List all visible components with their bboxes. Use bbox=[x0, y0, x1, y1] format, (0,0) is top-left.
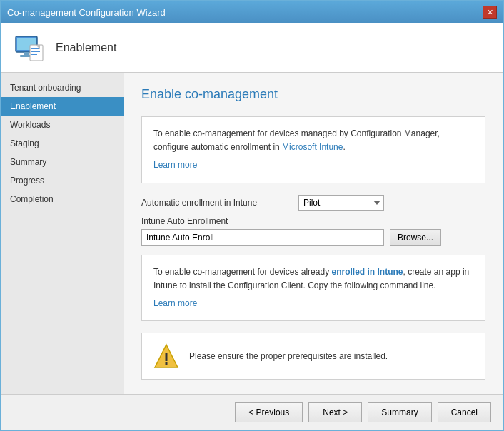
info-period: . bbox=[343, 142, 345, 152]
svg-rect-5 bbox=[31, 48, 40, 49]
header-title: Enablement bbox=[56, 41, 116, 54]
sidebar-item-staging[interactable]: Staging bbox=[1, 134, 124, 153]
svg-rect-6 bbox=[31, 51, 40, 52]
svg-rect-10 bbox=[166, 353, 168, 361]
learn-more-link-2[interactable]: Learn more bbox=[153, 297, 473, 310]
close-button[interactable]: ✕ bbox=[483, 6, 497, 19]
form-row-enrollment: Automatic enrollment in Intune Pilot All… bbox=[141, 195, 485, 211]
warning-icon bbox=[153, 343, 179, 369]
sidebar: Tenant onboarding Enablement Workloads S… bbox=[1, 73, 124, 394]
info-box-1: To enable co-management for devices mana… bbox=[141, 116, 485, 183]
content-area: Tenant onboarding Enablement Workloads S… bbox=[1, 73, 503, 394]
sidebar-item-progress[interactable]: Progress bbox=[1, 171, 124, 190]
sidebar-item-completion[interactable]: Completion bbox=[1, 190, 124, 208]
header-icon bbox=[13, 31, 47, 65]
svg-rect-4 bbox=[30, 45, 43, 61]
next-button[interactable]: Next > bbox=[308, 402, 362, 422]
info-box-2: To enable co-management for devices alre… bbox=[141, 255, 485, 322]
microsoft-intune-link[interactable]: Microsoft Intune bbox=[282, 142, 343, 152]
warning-text: Please ensure the proper prerequisites a… bbox=[189, 351, 388, 361]
sidebar-item-summary[interactable]: Summary bbox=[1, 153, 124, 171]
page-title: Enable co-management bbox=[141, 87, 485, 102]
header-bar: Enablement bbox=[1, 23, 503, 73]
enrolled-link[interactable]: enrolled in Intune bbox=[331, 267, 403, 277]
enrollment-label: Automatic enrollment in Intune bbox=[141, 198, 298, 208]
sidebar-item-enablement[interactable]: Enablement bbox=[1, 97, 124, 116]
footer: < Previous Next > Summary Cancel bbox=[1, 394, 503, 430]
browse-button[interactable]: Browse... bbox=[390, 229, 441, 246]
main-panel: Enable co-management To enable co-manage… bbox=[124, 73, 503, 394]
intune-input-row: Browse... bbox=[141, 229, 485, 246]
svg-rect-11 bbox=[166, 362, 168, 365]
titlebar: Co-management Configuration Wizard ✕ bbox=[1, 1, 503, 23]
info-text-2-part1: To enable co-management for devices alre… bbox=[153, 267, 331, 277]
titlebar-title: Co-management Configuration Wizard bbox=[7, 7, 166, 18]
svg-rect-7 bbox=[31, 54, 37, 55]
intune-input[interactable] bbox=[141, 229, 384, 246]
previous-button[interactable]: < Previous bbox=[235, 402, 303, 422]
sidebar-item-workloads[interactable]: Workloads bbox=[1, 116, 124, 134]
intune-enrollment-group: Intune Auto Enrollment Browse... bbox=[141, 216, 485, 246]
wizard-window: Co-management Configuration Wizard ✕ Ena… bbox=[0, 0, 504, 431]
enrollment-select[interactable]: Pilot All None bbox=[298, 195, 384, 211]
learn-more-link-1[interactable]: Learn more bbox=[153, 158, 473, 172]
cancel-button[interactable]: Cancel bbox=[438, 402, 491, 422]
intune-label: Intune Auto Enrollment bbox=[141, 216, 485, 226]
warning-box: Please ensure the proper prerequisites a… bbox=[141, 333, 485, 380]
sidebar-item-tenant-onboarding[interactable]: Tenant onboarding bbox=[1, 78, 124, 97]
summary-button[interactable]: Summary bbox=[368, 402, 431, 422]
